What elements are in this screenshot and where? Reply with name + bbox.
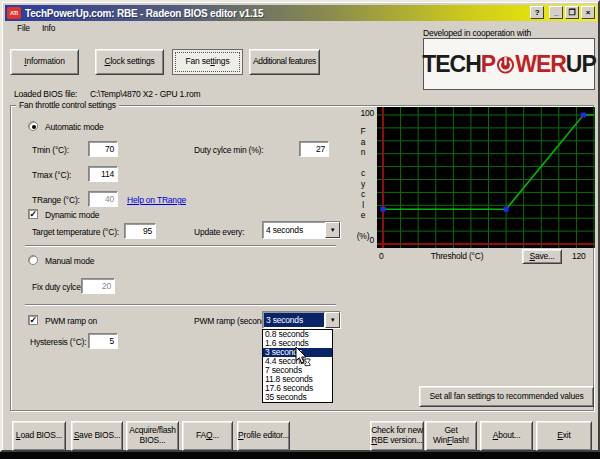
tmin-label: Tmin (°C): (32, 145, 69, 155)
app-window: ATI TechPowerUp.com: RBE - Radeon BIOS e… (0, 0, 600, 452)
duty-min-label: Duty cylce min (%): (194, 145, 263, 155)
tab-clock-label: Clock settings (104, 57, 154, 67)
check-new-version-button[interactable]: Check for new RBE version... (370, 421, 424, 451)
tab-additional-label: Additional features (253, 57, 316, 67)
xaxis-title: Threshold (°C) (397, 251, 517, 261)
update-every-combo[interactable]: 4 seconds (262, 221, 341, 239)
fan-curve-svg (377, 107, 595, 248)
acquire-flash-label-line2: BIOS... (140, 436, 166, 446)
exit-button[interactable]: Exit (536, 421, 592, 451)
about-label: About... (493, 431, 521, 441)
screen: ATI TechPowerUp.com: RBE - Radeon BIOS e… (0, 0, 600, 459)
target-temperature-input[interactable]: 95 (124, 223, 156, 239)
trange-input: 40 (88, 191, 118, 207)
tab-fan-settings[interactable]: Fan settings (172, 49, 243, 75)
dynamic-mode-label: Dynamic mode (45, 210, 99, 220)
pwm-ramp-combo[interactable]: 3 seconds (262, 311, 341, 329)
update-every-value: 4 seconds (263, 222, 325, 238)
about-button[interactable]: About... (480, 421, 533, 451)
close-button[interactable]: × (581, 6, 595, 19)
automatic-mode-label: Automatic mode (45, 122, 104, 132)
dropdown-option[interactable]: 35 seconds (263, 393, 332, 402)
pwm-ramp-value: 3 seconds (264, 313, 324, 327)
fan-curve-chart (377, 107, 595, 248)
faq-button[interactable]: FAQ... (182, 421, 233, 451)
set-recommended-label: Set all fan settings to recommended valu… (429, 392, 583, 402)
save-chart-button[interactable]: Save... (522, 249, 562, 264)
tmax-label: Tmax (°C): (32, 170, 71, 180)
pwm-ramp-on-label: PWM ramp on (45, 316, 97, 326)
acquire-flash-bios-button[interactable]: Acquire/flash BIOS... (126, 421, 179, 451)
tab-information-label: Information (24, 57, 64, 67)
tab-additional-features[interactable]: Additional features (249, 49, 320, 75)
save-chart-label: Save... (529, 252, 554, 262)
techpowerup-logo-text: TECHPWERUP (422, 51, 596, 78)
combo-dropdown-icon[interactable] (325, 222, 340, 238)
manual-mode-label: Manual mode (45, 256, 94, 266)
trange-label: TRange (°C): (32, 195, 80, 205)
groupbox-title: Fan throttle control settings (16, 100, 119, 110)
yaxis-max-label: 100 (346, 108, 374, 118)
tab-clock-settings[interactable]: Clock settings (95, 49, 164, 75)
profile-editor-button[interactable]: Profile editor... (237, 421, 290, 451)
check-version-line2: RBE version... (371, 436, 423, 446)
save-bios-label: Save BIOS... (74, 431, 121, 441)
manual-mode-radio[interactable] (28, 255, 38, 265)
desktop-strip (0, 452, 600, 459)
maximize-button[interactable]: ❐ (565, 6, 579, 19)
help-on-trange-link[interactable]: Help on TRange (127, 195, 186, 205)
xaxis-min-label: 0 (379, 251, 384, 261)
exit-label: Exit (557, 431, 570, 441)
set-recommended-button[interactable]: Set all fan settings to recommended valu… (419, 386, 594, 407)
loaded-bios-label: Loaded BIOS file: (14, 89, 77, 99)
mouse-cursor (295, 347, 311, 367)
xaxis-max-label: 120 (572, 251, 586, 261)
yaxis-title: Fancycle(%) (354, 126, 372, 242)
window-title: TechPowerUp.com: RBE - Radeon BIOS edito… (25, 8, 263, 19)
load-bios-button[interactable]: Load BIOS... (12, 421, 66, 451)
loaded-bios-path: C:\Temp\4870 X2 - GPU 1.rom (90, 89, 200, 99)
cooperation-caption: Developed in cooperation with (423, 28, 531, 38)
save-bios-button[interactable]: Save BIOS... (71, 421, 123, 451)
dynamic-mode-checkbox[interactable] (28, 209, 38, 219)
tab-information[interactable]: Information (10, 49, 79, 75)
get-winflash-label: Get WinFlash! (426, 426, 476, 446)
update-every-label: Update every: (194, 227, 244, 237)
separator (25, 245, 336, 247)
load-bios-label: Load BIOS... (16, 431, 62, 441)
tmax-input[interactable]: 114 (88, 166, 118, 182)
tmin-input[interactable]: 70 (88, 141, 118, 157)
duty-min-input[interactable]: 27 (299, 141, 329, 157)
yaxis-min-label: 0 (346, 235, 374, 245)
fix-duty-input: 20 (81, 278, 115, 294)
tab-fan-label: Fan settings (186, 57, 230, 67)
menu-file[interactable]: File (11, 21, 36, 35)
hysteresis-label: Hysteresis (°C): (30, 337, 86, 347)
separator (25, 304, 336, 306)
get-winflash-button[interactable]: Get WinFlash! (425, 421, 477, 451)
title-bar: ATI TechPowerUp.com: RBE - Radeon BIOS e… (5, 5, 597, 21)
context-help-button[interactable]: ? (530, 6, 544, 19)
profile-editor-label: Profile editor... (238, 431, 289, 441)
power-icon (496, 55, 515, 74)
minimize-button[interactable]: _ (549, 6, 563, 19)
menu-info[interactable]: Info (36, 21, 61, 35)
app-icon: ATI (7, 7, 21, 19)
target-temperature-label: Target temperature (°C): (32, 227, 119, 237)
combo-dropdown-icon[interactable] (325, 312, 340, 328)
techpowerup-logo[interactable]: TECHPWERUP (423, 38, 595, 90)
pwm-ramp-on-checkbox[interactable] (28, 315, 38, 325)
hysteresis-input[interactable]: 5 (88, 333, 118, 349)
faq-label: FAQ... (196, 431, 219, 441)
automatic-mode-radio[interactable] (28, 121, 38, 131)
